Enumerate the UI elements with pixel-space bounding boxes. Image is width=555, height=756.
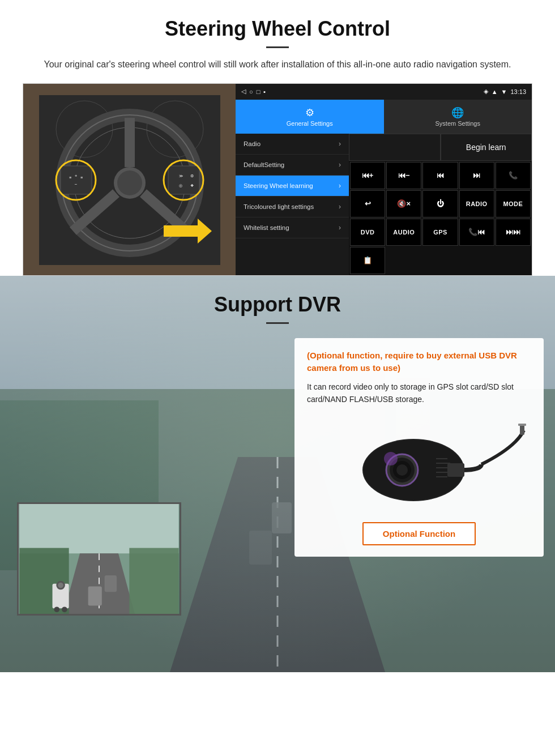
btn-mute[interactable]: 🔇×: [386, 190, 421, 217]
dvr-background: Support DVR (Optional function, require …: [0, 276, 555, 672]
statusbar-home-icon: ○: [249, 88, 253, 95]
svg-rect-16: [168, 166, 199, 194]
statusbar-wifi-icon: ▼: [501, 88, 507, 95]
dvr-title: Support DVR: [0, 293, 555, 317]
btn-next[interactable]: ⏭: [459, 162, 494, 189]
menu-whitelist-label: Whitelist setting: [244, 224, 289, 231]
svg-point-42: [384, 452, 398, 465]
menu-steering-chevron: ›: [339, 182, 341, 190]
ui-screenshot: + − ≡ ≡ ≫ ⚙ ◎ ❖ ◁ ○: [23, 83, 532, 276]
svg-rect-54: [129, 548, 178, 613]
begin-learn-row: Begin learn: [349, 134, 532, 161]
svg-rect-56: [105, 575, 117, 592]
statusbar-signal-icon: ▲: [492, 88, 498, 95]
svg-rect-55: [88, 586, 102, 605]
svg-rect-48: [447, 463, 464, 477]
menu-tricoloured-chevron: ›: [339, 203, 341, 211]
steering-photo: + − ≡ ≡ ≫ ⚙ ◎ ❖: [23, 84, 236, 276]
general-settings-icon: ⚙: [305, 106, 314, 119]
android-content: Radio › DefaultSetting › Steering Wheel …: [236, 134, 532, 275]
statusbar-back-icon: ◁: [241, 88, 246, 95]
btn-phone-prev[interactable]: 📞⏮: [459, 219, 494, 246]
btn-phone[interactable]: 📞: [496, 162, 531, 189]
statusbar-location-icon: ◈: [484, 88, 488, 95]
svg-rect-11: [61, 166, 92, 194]
steering-divider: [266, 46, 289, 48]
svg-text:❖: ❖: [190, 183, 194, 187]
tab-system-label: System Settings: [436, 120, 480, 127]
btn-power[interactable]: ⏻: [422, 190, 458, 217]
statusbar-recent-icon: □: [257, 88, 261, 95]
menu-whitelist-chevron: ›: [339, 224, 341, 232]
menu-default-label: DefaultSetting: [244, 161, 284, 168]
steering-wheel-svg: + − ≡ ≡ ≫ ⚙ ◎ ❖: [39, 95, 220, 265]
dvr-info-card: (Optional function, require to buy exter…: [294, 338, 544, 557]
menu-item-radio[interactable]: Radio ›: [236, 134, 349, 155]
system-settings-icon: 🌐: [451, 106, 464, 119]
menu-radio-chevron: ›: [339, 140, 341, 148]
menu-tricoloured-label: Tricoloured light settings: [244, 203, 314, 210]
menu-item-default-setting[interactable]: DefaultSetting ›: [236, 155, 349, 176]
btn-dvd[interactable]: DVD: [350, 219, 385, 246]
tab-general-settings[interactable]: ⚙ General Settings: [236, 100, 384, 134]
svg-point-7: [117, 170, 142, 195]
menu-item-steering-wheel[interactable]: Steering Wheel learning ›: [236, 176, 349, 197]
statusbar-menu-icon: ▪: [263, 88, 266, 95]
android-statusbar: ◁ ○ □ ▪ ◈ ▲ ▼ 13:13: [236, 84, 532, 100]
control-panel: Begin learn ⏮+ ⏮− ⏮ ⏭ 📞 ↩ 🔇× ⏻ RADIO: [349, 134, 532, 275]
dvr-optional-text: (Optional function, require to buy exter…: [307, 349, 531, 375]
android-tabs: ⚙ General Settings 🌐 System Settings: [236, 100, 532, 134]
menu-radio-label: Radio: [244, 140, 261, 147]
tab-general-label: General Settings: [287, 120, 333, 127]
dvr-inset-road-svg: [19, 504, 180, 614]
menu-item-whitelist[interactable]: Whitelist setting ›: [236, 217, 349, 238]
statusbar-time: 13:13: [510, 88, 526, 95]
menu-steering-label: Steering Wheel learning: [244, 182, 313, 189]
dvr-camera-image: [307, 413, 531, 515]
btn-vol-up[interactable]: ⏮+: [350, 162, 385, 189]
svg-point-40: [396, 464, 408, 476]
steering-section: Steering Wheel Control Your original car…: [0, 0, 555, 276]
steering-title: Steering Wheel Control: [23, 17, 532, 41]
btn-vol-down[interactable]: ⏮−: [386, 162, 421, 189]
tab-system-settings[interactable]: 🌐 System Settings: [384, 100, 532, 134]
android-ui-panel: ◁ ○ □ ▪ ◈ ▲ ▼ 13:13 ⚙ General Settings 🌐…: [236, 84, 532, 275]
svg-point-61: [58, 582, 63, 588]
svg-text:≡: ≡: [69, 176, 71, 180]
btn-back[interactable]: ↩: [350, 190, 385, 217]
svg-text:+: +: [74, 173, 77, 178]
btn-mode[interactable]: MODE: [496, 190, 531, 217]
dvr-divider: [266, 322, 289, 324]
svg-text:⚙: ⚙: [190, 174, 194, 178]
btn-audio[interactable]: AUDIO: [386, 219, 421, 246]
steering-description: Your original car's steering wheel contr…: [34, 57, 521, 72]
svg-rect-32: [272, 502, 292, 533]
btn-next-next[interactable]: ⏭⏭: [496, 219, 531, 246]
svg-point-58: [54, 606, 59, 612]
optional-function-button[interactable]: Optional Function: [362, 522, 476, 545]
svg-rect-33: [520, 425, 524, 435]
menu-panel: Radio › DefaultSetting › Steering Wheel …: [236, 134, 349, 275]
svg-rect-31: [249, 531, 272, 565]
btn-prev[interactable]: ⏮: [422, 162, 458, 189]
dvr-section: Support DVR (Optional function, require …: [0, 276, 555, 672]
btn-extra[interactable]: 📋: [350, 247, 385, 274]
btn-gps[interactable]: GPS: [422, 219, 458, 246]
begin-learn-button[interactable]: Begin learn: [441, 134, 532, 161]
dvr-camera-svg: [311, 419, 527, 510]
menu-item-tricoloured[interactable]: Tricoloured light settings ›: [236, 197, 349, 217]
svg-point-59: [62, 606, 67, 612]
svg-rect-34: [518, 424, 526, 426]
dvr-description: It can record video only to storage in G…: [307, 381, 531, 406]
svg-text:−: −: [74, 182, 77, 187]
svg-text:◎: ◎: [179, 183, 182, 187]
dvr-title-area: Support DVR: [0, 276, 555, 324]
svg-text:≫: ≫: [178, 174, 182, 178]
svg-rect-50: [19, 504, 178, 553]
btn-radio[interactable]: RADIO: [459, 190, 494, 217]
svg-text:≡: ≡: [80, 176, 82, 180]
menu-default-chevron: ›: [339, 161, 341, 169]
dvr-inset-photo: [17, 502, 181, 616]
control-buttons-grid: ⏮+ ⏮− ⏮ ⏭ 📞 ↩ 🔇× ⏻ RADIO MODE DVD AUDIO …: [349, 161, 532, 275]
